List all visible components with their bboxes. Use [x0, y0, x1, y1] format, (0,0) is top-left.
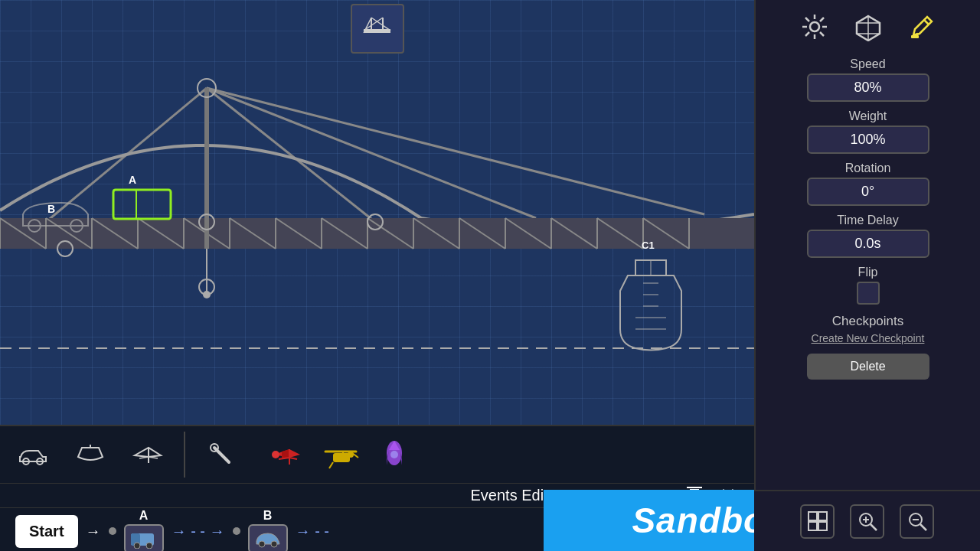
flip-checkbox[interactable] [857, 282, 880, 305]
small-vehicle-plane-red[interactable] [266, 434, 308, 476]
svg-line-97 [820, 32, 824, 36]
svg-line-116 [920, 524, 926, 530]
svg-line-98 [805, 32, 809, 36]
right-panel: Speed Weight Rotation Time Delay Flip Ch… [754, 0, 980, 551]
3d-view-icon[interactable] [849, 8, 887, 46]
settings-icon[interactable] [795, 8, 834, 46]
svg-rect-72 [333, 453, 350, 462]
svg-line-1 [207, 88, 375, 222]
svg-text:B: B [47, 203, 55, 215]
toolbar-divider [184, 432, 185, 478]
weight-input[interactable] [807, 126, 929, 154]
seq-node-b[interactable]: B [248, 509, 288, 551]
time-delay-label: Time Delay [837, 214, 898, 227]
arrow-1: → [86, 523, 101, 540]
seq-node-b-icon[interactable] [248, 524, 288, 551]
svg-line-3 [207, 88, 704, 214]
svg-rect-110 [818, 522, 827, 530]
rotation-input[interactable] [807, 178, 929, 206]
time-delay-input[interactable] [807, 230, 929, 258]
svg-line-99 [820, 18, 824, 21]
zoom-out-icon[interactable] [900, 504, 934, 539]
rotation-group: Rotation [756, 161, 980, 210]
seq-dot-2 [233, 527, 240, 535]
svg-point-91 [810, 22, 819, 31]
svg-point-74 [348, 452, 354, 458]
top-icons [795, 8, 941, 46]
svg-rect-58 [364, 29, 390, 33]
svg-line-96 [805, 18, 809, 21]
bridge-canvas: B A C1 [0, 0, 754, 551]
svg-rect-107 [808, 512, 817, 520]
small-vehicle-rocket[interactable] [373, 434, 415, 476]
arrow-2: → - - → [172, 523, 225, 540]
time-delay-group: Time Delay [756, 214, 980, 262]
svg-line-112 [871, 524, 877, 530]
speed-label: Speed [850, 57, 885, 71]
svg-line-76 [329, 462, 333, 468]
svg-point-87 [134, 543, 140, 549]
bridge-icon[interactable] [351, 4, 404, 54]
speed-input[interactable] [807, 73, 929, 102]
arrow-3: → - - [296, 523, 329, 540]
svg-rect-45 [113, 190, 171, 219]
svg-rect-46 [113, 190, 136, 219]
edit-icon[interactable] [903, 8, 941, 46]
small-vehicle-list [254, 426, 426, 484]
svg-point-88 [146, 543, 152, 549]
flip-group: Flip [756, 266, 980, 311]
vehicle-tab-tool[interactable] [201, 434, 243, 476]
svg-text:A: A [129, 174, 136, 186]
seq-dot-1 [109, 527, 116, 535]
zoom-in-icon[interactable] [850, 504, 884, 539]
flip-label: Flip [858, 266, 878, 279]
seq-node-a-icon[interactable] [124, 524, 164, 551]
svg-point-90 [271, 541, 277, 547]
svg-line-104 [924, 20, 929, 24]
svg-text:C1: C1 [642, 240, 655, 251]
weight-label: Weight [849, 109, 887, 123]
checkpoints-label: Checkpoints [832, 314, 904, 329]
delete-button[interactable]: Delete [807, 354, 929, 380]
svg-point-57 [203, 291, 211, 298]
rotation-label: Rotation [845, 161, 891, 175]
svg-rect-108 [818, 512, 827, 520]
svg-point-81 [390, 451, 398, 458]
speed-group: Speed [756, 57, 980, 106]
start-button[interactable]: Start [15, 515, 78, 548]
create-checkpoint-button[interactable]: Create New Checkpoint [812, 332, 925, 344]
svg-line-2 [207, 88, 536, 218]
bottom-right-icons [754, 490, 980, 551]
vehicle-tab-plane[interactable] [126, 434, 168, 476]
seq-node-a[interactable]: A [124, 509, 164, 551]
small-vehicle-helicopter[interactable] [319, 434, 361, 476]
vehicle-tab-boat[interactable] [69, 434, 111, 476]
svg-rect-106 [911, 35, 919, 38]
weight-group: Weight [756, 109, 980, 158]
vehicle-tab-car[interactable] [11, 434, 54, 476]
bridge-svg: B A C1 [0, 0, 754, 390]
svg-point-71 [272, 451, 279, 458]
grid-icon[interactable] [800, 504, 835, 539]
vehicle-tabs [0, 426, 254, 484]
svg-point-89 [259, 541, 265, 547]
svg-rect-109 [808, 522, 817, 530]
